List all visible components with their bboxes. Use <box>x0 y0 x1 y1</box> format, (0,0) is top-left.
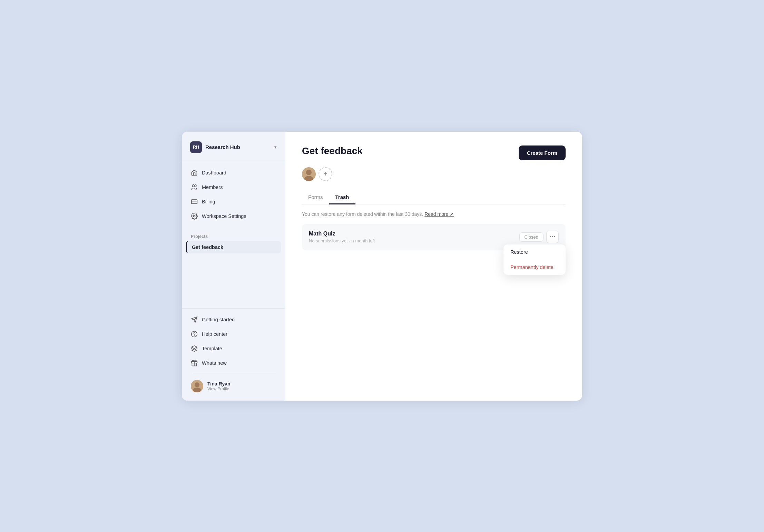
project-item-label: Get feedback <box>192 244 223 250</box>
sidebar-item-members[interactable]: Members <box>186 180 281 194</box>
user-profile[interactable]: Tina Ryan View Profile <box>186 376 281 397</box>
sidebar-item-whats-new[interactable]: Whats new <box>186 356 281 370</box>
main-content: Get feedback Create Form + Forms Trash <box>285 132 582 401</box>
svg-rect-1 <box>192 200 197 204</box>
sidebar: RH Research Hub ▾ Dashboard <box>182 132 285 401</box>
user-info: Tina Ryan View Profile <box>207 381 231 391</box>
arrow-icon <box>191 316 198 323</box>
bottom-nav: Getting started Help center <box>186 313 281 370</box>
form-card-actions: Closed ··· <box>519 231 559 243</box>
more-options-button[interactable]: ··· <box>546 231 559 243</box>
tab-trash[interactable]: Trash <box>329 191 355 204</box>
sidebar-item-getting-started[interactable]: Getting started <box>186 313 281 327</box>
main-nav: Dashboard Members <box>182 160 285 229</box>
settings-icon <box>191 213 198 220</box>
page-title: Get feedback <box>302 145 363 157</box>
create-form-button[interactable]: Create Form <box>519 145 566 160</box>
gift-icon <box>191 360 198 367</box>
page-header: Get feedback Create Form <box>302 145 566 160</box>
sidebar-item-whats-new-label: Whats new <box>202 360 227 366</box>
read-more-link[interactable]: Read more ↗ <box>424 211 454 217</box>
svg-point-12 <box>195 382 199 387</box>
sidebar-item-template-label: Template <box>202 346 222 351</box>
workspace-selector[interactable]: RH Research Hub ▾ <box>182 132 285 160</box>
svg-marker-8 <box>192 345 197 348</box>
sidebar-item-dashboard-label: Dashboard <box>202 170 226 175</box>
dropdown-menu: Restore Permanently delete <box>503 244 566 275</box>
help-icon <box>191 331 198 338</box>
status-badge: Closed <box>519 232 543 242</box>
billing-icon <box>191 198 198 205</box>
form-card-title: Math Quiz <box>309 231 519 237</box>
sidebar-item-billing-label: Billing <box>202 199 215 204</box>
avatar <box>191 380 203 392</box>
projects-section-label: Projects <box>186 229 281 241</box>
svg-point-3 <box>194 215 195 217</box>
add-member-button[interactable]: + <box>319 167 332 181</box>
user-role: View Profile <box>207 387 231 391</box>
permanently-delete-button[interactable]: Permanently delete <box>503 260 566 275</box>
workspace-avatar: RH <box>190 141 202 153</box>
layers-icon <box>191 345 198 352</box>
sidebar-divider <box>191 373 276 373</box>
user-name: Tina Ryan <box>207 381 231 387</box>
tab-forms[interactable]: Forms <box>302 191 329 204</box>
svg-point-0 <box>192 184 195 187</box>
form-card: Math Quiz No submissions yet · a month l… <box>302 224 566 250</box>
workspace-name: Research Hub <box>205 144 271 150</box>
sidebar-item-help-center-label: Help center <box>202 331 227 337</box>
projects-section: Projects Get feedback <box>182 229 285 254</box>
form-card-info: Math Quiz No submissions yet · a month l… <box>309 231 519 243</box>
sidebar-item-billing[interactable]: Billing <box>186 195 281 209</box>
sidebar-item-getting-started-label: Getting started <box>202 317 235 322</box>
sidebar-item-get-feedback[interactable]: Get feedback <box>186 241 281 253</box>
info-text: You can restore any form deleted within … <box>302 211 566 217</box>
tabs: Forms Trash <box>302 191 566 204</box>
svg-point-15 <box>306 170 312 175</box>
avatars-row: + <box>302 167 566 181</box>
sidebar-item-dashboard[interactable]: Dashboard <box>186 166 281 180</box>
member-avatar[interactable] <box>302 167 316 181</box>
restore-button[interactable]: Restore <box>503 244 566 260</box>
sidebar-item-members-label: Members <box>202 184 223 190</box>
sidebar-item-template[interactable]: Template <box>186 342 281 355</box>
sidebar-item-workspace-settings[interactable]: Workspace Settings <box>186 209 281 223</box>
members-icon <box>191 184 198 191</box>
sidebar-item-workspace-settings-label: Workspace Settings <box>202 213 246 219</box>
form-card-meta: No submissions yet · a month left <box>309 238 519 243</box>
sidebar-item-help-center[interactable]: Help center <box>186 327 281 341</box>
sidebar-bottom: Getting started Help center <box>182 308 285 401</box>
home-icon <box>191 169 198 176</box>
chevron-down-icon: ▾ <box>274 144 277 150</box>
